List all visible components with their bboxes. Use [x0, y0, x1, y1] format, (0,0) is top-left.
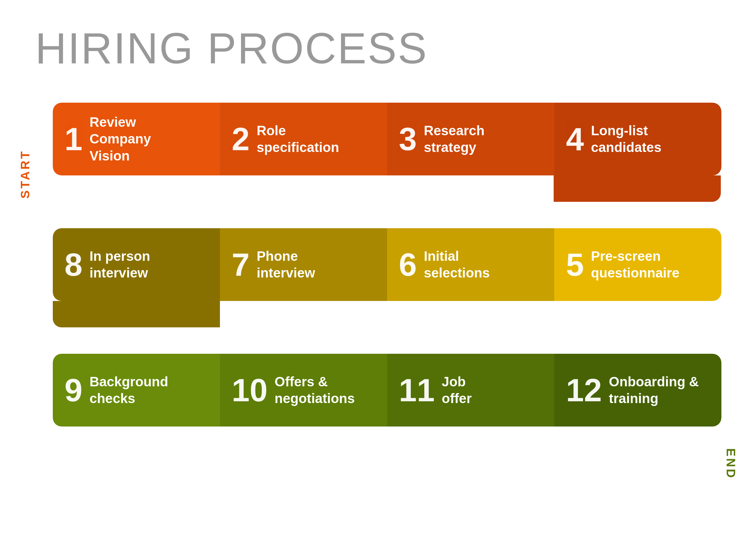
step-4-label: Long-listcandidates [591, 122, 661, 156]
step-5: 5 Pre-screenquestionnaire [554, 228, 721, 301]
process-container: 1 ReviewCompanyVision 2 Rolespecificatio… [35, 103, 721, 427]
step-8-number: 8 [65, 248, 82, 281]
start-label: START [18, 150, 32, 199]
step-12-label: Onboarding &training [609, 373, 699, 407]
step-2: 2 Rolespecification [220, 103, 387, 175]
step-6-number: 6 [399, 248, 417, 281]
step-7: 7 Phoneinterview [220, 228, 387, 301]
step-8-label: In personinterview [89, 248, 150, 282]
step-3-label: Researchstrategy [424, 122, 484, 156]
step-9-number: 9 [65, 374, 82, 406]
row-2: 5 Pre-screenquestionnaire 6 Initialselec… [53, 228, 721, 301]
step-2-label: Rolespecification [257, 122, 339, 156]
connector-1-2 [35, 175, 721, 202]
conn-left [53, 301, 220, 327]
step-6-label: Initialselections [424, 248, 490, 282]
step-1-label: ReviewCompanyVision [89, 114, 151, 165]
step-11-label: Joboffer [442, 373, 472, 407]
step-11-number: 11 [399, 374, 435, 406]
step-5-number: 5 [566, 248, 584, 281]
step-10: 10 Offers &negotiations [220, 354, 387, 427]
row-1: 1 ReviewCompanyVision 2 Rolespecificatio… [53, 103, 721, 175]
step-10-number: 10 [232, 374, 267, 406]
page: HIRING PROCESS START END 1 ReviewCompany… [0, 0, 756, 550]
step-12-number: 12 [566, 374, 602, 406]
step-5-label: Pre-screenquestionnaire [591, 248, 679, 282]
step-10-label: Offers &negotiations [274, 373, 355, 407]
step-4-number: 4 [566, 123, 584, 155]
end-label: END [724, 448, 738, 480]
step-1: 1 ReviewCompanyVision [53, 103, 220, 175]
page-title: HIRING PROCESS [35, 23, 721, 73]
step-3-number: 3 [399, 123, 417, 155]
step-3: 3 Researchstrategy [387, 103, 554, 175]
step-7-number: 7 [232, 248, 250, 281]
connector-2-3 [35, 301, 721, 327]
step-9: 9 Backgroundchecks [53, 354, 220, 427]
step-9-label: Backgroundchecks [89, 373, 168, 407]
step-6: 6 Initialselections [387, 228, 554, 301]
step-7-label: Phoneinterview [257, 248, 315, 282]
row-3: 9 Backgroundchecks 10 Offers &negotiatio… [53, 354, 721, 427]
step-12: 12 Onboarding &training [554, 354, 721, 427]
step-2-number: 2 [232, 123, 250, 155]
step-1-number: 1 [65, 123, 82, 155]
conn-right [554, 175, 721, 202]
step-11: 11 Joboffer [387, 354, 554, 427]
step-4: 4 Long-listcandidates [554, 103, 721, 175]
step-8: 8 In personinterview [53, 228, 220, 301]
